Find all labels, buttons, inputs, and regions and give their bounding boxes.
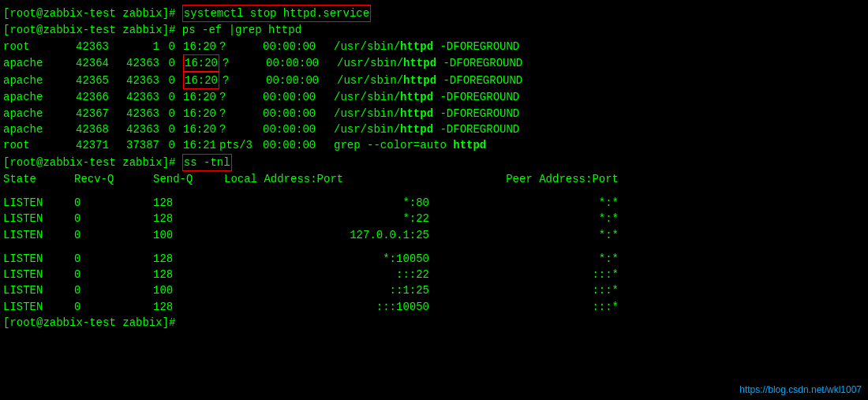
ps-time: 00:00:00 — [263, 137, 334, 153]
ps-user: apache — [3, 121, 58, 137]
terminal-line: root423631016:20?00:00:00/usr/sbin/httpd… — [3, 39, 865, 54]
ss-peer: *:* — [445, 227, 619, 243]
ss-sendq: 100 — [153, 282, 224, 298]
terminal-line: StateRecv-QSend-QLocal Address:PortPeer … — [3, 171, 865, 187]
ss-state: LISTEN — [3, 282, 74, 298]
ss-sendq: 128 — [153, 251, 224, 267]
ps-user: root — [3, 137, 58, 153]
ps-cmd: /usr/sbin/httpd -DFOREGROUND — [334, 106, 519, 121]
ps-tty: ? — [219, 39, 263, 54]
ps-c: 0 — [159, 39, 175, 54]
command-highlight: systemctl stop httpd.service — [182, 5, 371, 22]
ps-ppid: 42363 — [109, 121, 159, 137]
ps-tty: ? — [219, 121, 263, 137]
ps-c: 0 — [159, 106, 175, 121]
ss-recvq: 0 — [74, 251, 153, 267]
ss-header-sendq: Send-Q — [153, 171, 224, 187]
ss-recvq: 0 — [74, 227, 153, 243]
ps-c: 0 — [159, 73, 175, 88]
ss-peer: *:* — [445, 251, 619, 267]
ss-local: *:10050 — [224, 251, 445, 267]
terminal-line: [root@zabbix-test zabbix]# systemctl sto… — [3, 5, 865, 22]
command-highlight: ss -tnl — [182, 154, 232, 171]
ss-recvq: 0 — [74, 211, 153, 226]
ss-local: *:22 — [224, 211, 445, 226]
ps-time: 00:00:00 — [263, 39, 334, 54]
ss-recvq: 0 — [74, 195, 153, 211]
ps-user: apache — [3, 73, 58, 88]
terminal: [root@zabbix-test zabbix]# systemctl sto… — [0, 0, 868, 400]
terminal-line: [root@zabbix-test zabbix]# — [3, 315, 865, 331]
terminal-line: [root@zabbix-test zabbix]# ss -tnl — [3, 154, 865, 171]
ss-recvq: 0 — [74, 267, 153, 282]
ps-tty: ? — [219, 89, 263, 105]
ps-pid: 42368 — [58, 121, 109, 137]
ps-cmd: /usr/sbin/httpd -DFOREGROUND — [337, 55, 522, 71]
ss-local: :::22 — [224, 267, 445, 282]
ps-cmd: /usr/sbin/httpd -DFOREGROUND — [334, 89, 519, 105]
ps-user: apache — [3, 55, 58, 71]
ps-user: apache — [3, 89, 58, 105]
terminal-line: apache4236442363016:20?00:00:00/usr/sbin… — [3, 54, 865, 72]
ss-peer: *:* — [445, 211, 619, 226]
ss-recvq: 0 — [74, 282, 153, 298]
ss-local: *:80 — [224, 195, 445, 211]
prompt: [root@zabbix-test zabbix]# — [3, 22, 182, 38]
ps-tty: ? — [219, 106, 263, 121]
terminal-line: apache4236842363016:20?00:00:00/usr/sbin… — [3, 121, 865, 137]
ss-header-state: State — [3, 171, 74, 187]
ps-cmd: /usr/sbin/httpd -DFOREGROUND — [334, 121, 519, 137]
ps-ppid: 42363 — [109, 73, 159, 88]
ps-tty: pts/3 — [219, 137, 263, 153]
ps-tty: ? — [223, 55, 266, 71]
ss-state: LISTEN — [3, 267, 74, 282]
ps-ppid: 42363 — [109, 89, 159, 105]
terminal-line: apache4236542363016:20?00:00:00/usr/sbin… — [3, 72, 865, 89]
ss-header-peer: Peer Address:Port — [445, 171, 619, 187]
ps-ppid: 37387 — [109, 137, 159, 153]
ss-recvq: 0 — [74, 299, 153, 315]
ss-local: 127.0.0.1:25 — [224, 227, 445, 243]
stime: 16:21 — [183, 137, 216, 153]
ps-user: root — [3, 39, 58, 54]
ss-peer: :::* — [445, 299, 619, 315]
ss-header-recvq: Recv-Q — [74, 171, 153, 187]
terminal-line: LISTEN0128*:10050*:* — [3, 251, 865, 267]
watermark: https://blog.csdn.net/wkl1007 — [739, 384, 862, 395]
ps-c: 0 — [159, 89, 175, 105]
ps-user: apache — [3, 106, 58, 121]
terminal-line: apache4236742363016:20?00:00:00/usr/sbin… — [3, 106, 865, 121]
stime: 16:20 — [183, 39, 216, 54]
ps-ppid: 1 — [109, 39, 159, 54]
ps-time: 00:00:00 — [263, 89, 334, 105]
ss-peer: *:* — [445, 195, 619, 211]
ps-pid: 42367 — [58, 106, 109, 121]
ps-pid: 42365 — [58, 73, 109, 88]
stime: 16:20 — [183, 106, 216, 121]
ps-cmd: /usr/sbin/httpd -DFOREGROUND — [337, 73, 522, 88]
terminal-line: LISTEN0128*:22*:* — [3, 211, 865, 226]
ss-state: LISTEN — [3, 211, 74, 226]
terminal-line: apache4236642363016:20?00:00:00/usr/sbin… — [3, 89, 865, 105]
ps-ppid: 42363 — [109, 55, 159, 71]
ss-sendq: 128 — [153, 299, 224, 315]
ss-peer: :::* — [445, 267, 619, 282]
ps-c: 0 — [159, 137, 175, 153]
ps-pid: 42366 — [58, 89, 109, 105]
prompt: [root@zabbix-test zabbix]# — [3, 6, 182, 21]
prompt-end: [root@zabbix-test zabbix]# — [3, 315, 182, 331]
ps-pid: 42371 — [58, 137, 109, 153]
ss-local: :::10050 — [224, 299, 445, 315]
terminal-line: LISTEN0100::1:25:::* — [3, 282, 865, 298]
terminal-line — [3, 243, 865, 251]
ss-header-local: Local Address:Port — [224, 171, 445, 187]
stime-highlight: 16:20 — [183, 72, 219, 89]
stime: 16:20 — [183, 121, 216, 137]
terminal-line: [root@zabbix-test zabbix]# ps -ef |grep … — [3, 22, 865, 38]
terminal-line — [3, 187, 865, 195]
ps-c: 0 — [159, 55, 175, 71]
terminal-line: LISTEN0100127.0.0.1:25*:* — [3, 227, 865, 243]
ps-ppid: 42363 — [109, 106, 159, 121]
command: ps -ef |grep httpd — [182, 22, 301, 38]
terminal-line: LISTEN0128:::10050:::* — [3, 299, 865, 315]
